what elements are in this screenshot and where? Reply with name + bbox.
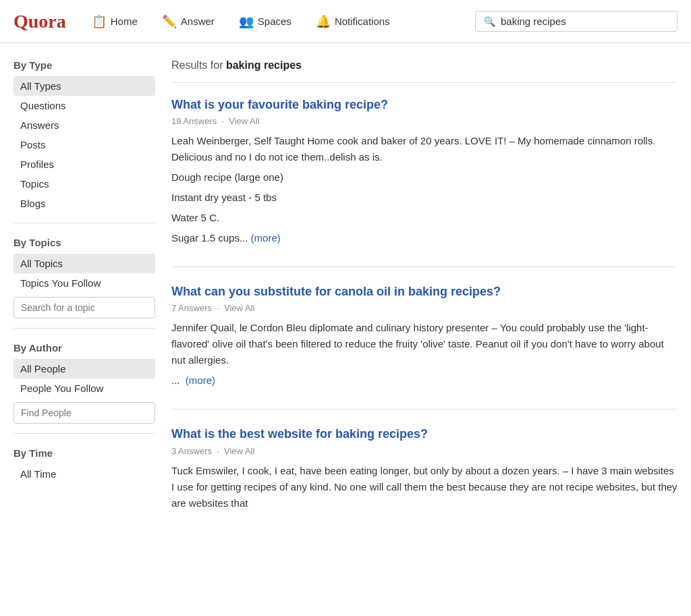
search-icon: 🔍 [484,16,495,27]
result-card-3: What is the best website for baking reci… [171,426,678,531]
nav-spaces[interactable]: 👥 Spaces [229,9,301,34]
view-all-link-2[interactable]: View All [224,303,254,313]
result-card-2: What can you substitute for canola oil i… [171,283,678,410]
sidebar-item-profiles[interactable]: Profiles [13,155,155,174]
nav-notifications[interactable]: 🔔 Notifications [306,9,399,34]
results-header: Results for baking recipes [171,59,678,83]
logo[interactable]: Quora [13,11,66,32]
result-more-2[interactable]: (more) [186,374,215,386]
result-meta-2: 7 Answers · View All [171,303,678,313]
by-time-title: By Time [13,447,155,459]
topic-search-input[interactable] [13,297,155,318]
nav-home[interactable]: 📋 Home [82,9,147,34]
result-text-3: Tuck Emswiler, I cook, I eat, have been … [171,463,678,511]
by-author-title: By Author [13,342,155,354]
result-meta-1: 19 Answers · View All [171,116,678,126]
sidebar-divider-3 [13,433,155,434]
result-body-2: Jennifer Quail, le Cordon Bleu diplomate… [171,320,678,389]
sidebar-item-all-topics[interactable]: All Topics [13,254,155,273]
sidebar-divider-2 [13,328,155,329]
result-extra-1-3: Sugar 1.5 cups... (more) [171,230,678,246]
result-extra-1-2: Water 5 C. [171,210,678,226]
sidebar-item-answers[interactable]: Answers [13,115,155,135]
view-all-link-1[interactable]: View All [229,116,259,126]
nav-answer-label: Answer [181,16,215,27]
sidebar-item-topics-you-follow[interactable]: Topics You Follow [13,273,155,293]
result-body-1: Leah Weinberger, Self Taught Home cook a… [171,133,678,246]
result-extra-1-1: Instant dry yeast - 5 tbs [171,190,678,206]
answers-count-1: 19 Answers [171,116,217,126]
nav-home-label: Home [111,16,138,27]
sidebar-item-people-you-follow[interactable]: People You Follow [13,379,155,398]
people-search-input[interactable] [13,402,155,424]
answers-count-3: 3 Answers [171,446,212,456]
answer-icon: ✏️ [162,14,177,29]
answers-count-2: 7 Answers [171,303,212,313]
by-type-title: By Type [13,59,155,71]
bell-icon: 🔔 [316,14,331,29]
result-extra-1-0: Dough recipe (large one) [171,169,678,186]
sidebar-item-topics[interactable]: Topics [13,174,155,194]
result-title-1[interactable]: What is your favourite baking recipe? [171,96,678,113]
sidebar-item-blogs[interactable]: Blogs [13,194,155,213]
view-all-link-3[interactable]: View All [224,446,254,456]
sidebar: By Type All Types Questions Answers Post… [13,59,155,548]
result-title-2[interactable]: What can you substitute for canola oil i… [171,283,678,300]
sidebar-item-questions[interactable]: Questions [13,96,155,115]
spaces-icon: 👥 [239,14,254,29]
result-text-2: Jennifer Quail, le Cordon Bleu diplomate… [171,320,678,368]
sidebar-item-all-time[interactable]: All Time [13,464,155,484]
nav-spaces-label: Spaces [258,16,292,27]
result-title-3[interactable]: What is the best website for baking reci… [171,426,678,443]
result-more-1[interactable]: (more) [251,232,281,244]
nav: 📋 Home ✏️ Answer 👥 Spaces 🔔 Notification… [82,9,459,34]
result-text-1: Leah Weinberger, Self Taught Home cook a… [171,133,678,165]
result-meta-3: 3 Answers · View All [171,446,678,456]
main-layout: By Type All Types Questions Answers Post… [0,43,691,564]
nav-answer[interactable]: ✏️ Answer [153,9,224,34]
search-box: 🔍 [475,11,678,32]
nav-notifications-label: Notifications [335,16,390,27]
results-area: Results for baking recipes What is your … [171,59,678,548]
header: Quora 📋 Home ✏️ Answer 👥 Spaces 🔔 Notifi… [0,0,691,43]
results-query-label: Results for [171,59,223,71]
home-icon: 📋 [92,14,107,29]
sidebar-item-all-people[interactable]: All People [13,359,155,379]
sidebar-item-posts[interactable]: Posts [13,135,155,155]
by-topics-title: By Topics [13,237,155,248]
result-extra-2-0: ... (more) [171,372,678,389]
sidebar-item-all-types[interactable]: All Types [13,76,155,96]
sidebar-divider-1 [13,223,155,223]
result-body-3: Tuck Emswiler, I cook, I eat, have been … [171,463,678,511]
search-input[interactable] [501,16,669,27]
results-query: baking recipes [226,59,302,71]
result-card-1: What is your favourite baking recipe? 19… [171,96,678,267]
